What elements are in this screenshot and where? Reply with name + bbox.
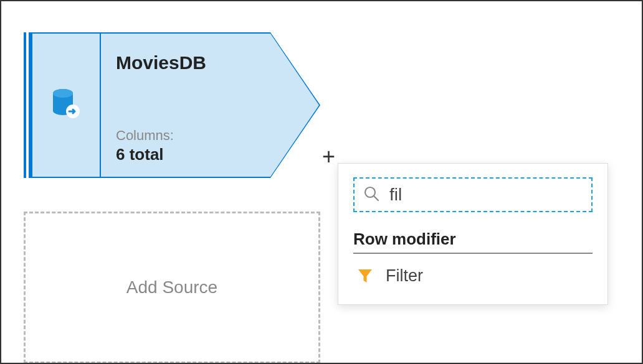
source-columns-info: Columns: 6 total xyxy=(116,128,258,164)
database-icon xyxy=(52,88,80,123)
add-step-button[interactable]: + xyxy=(322,146,335,168)
filter-icon xyxy=(356,268,374,284)
source-body: MoviesDB Columns: 6 total xyxy=(100,32,270,178)
menu-item-filter[interactable]: Filter xyxy=(353,261,593,291)
search-icon xyxy=(363,185,379,204)
transformation-picker-popup: Row modifier Filter xyxy=(338,163,608,305)
svg-line-4 xyxy=(374,196,378,200)
plus-icon: + xyxy=(322,144,335,169)
svg-point-1 xyxy=(53,89,73,98)
section-header-row-modifier: Row modifier xyxy=(353,230,593,249)
search-input[interactable] xyxy=(389,185,583,205)
add-source-label: Add Source xyxy=(126,278,217,297)
source-columns-label: Columns: xyxy=(116,128,258,144)
source-selected-handle xyxy=(24,32,32,178)
source-title: MoviesDB xyxy=(116,52,258,73)
section-divider xyxy=(353,253,593,254)
search-box[interactable] xyxy=(353,177,593,212)
source-columns-count: 6 total xyxy=(116,145,258,164)
source-node-moviesdb[interactable]: MoviesDB Columns: 6 total xyxy=(24,32,270,178)
add-source-placeholder[interactable]: Add Source xyxy=(24,212,320,363)
source-icon-column xyxy=(32,32,100,178)
menu-item-label: Filter xyxy=(386,266,423,286)
